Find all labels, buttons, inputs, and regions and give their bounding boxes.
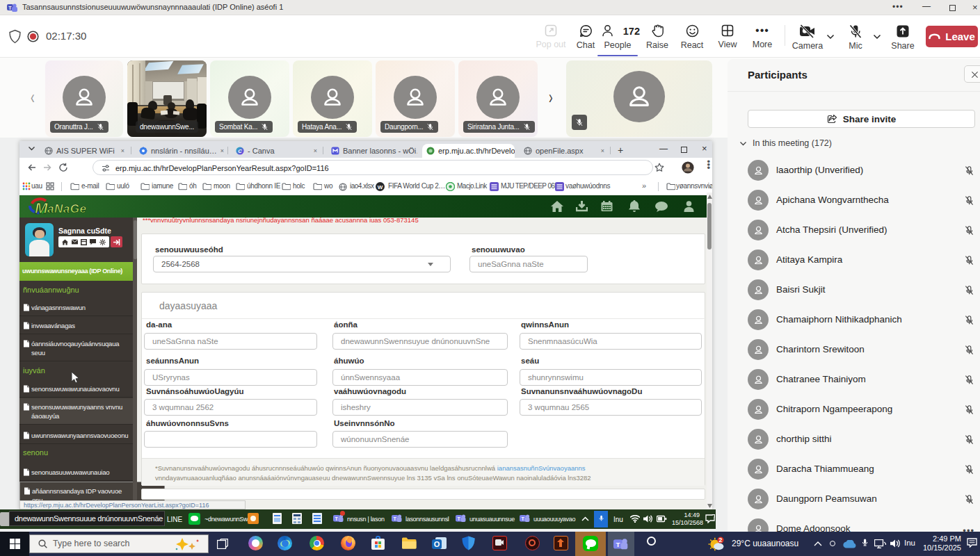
svg-text:T: T (335, 516, 339, 521)
svg-text:T: T (394, 516, 397, 521)
svg-text:M: M (35, 199, 48, 217)
svg-text:T: T (458, 516, 461, 521)
svg-text:W: W (378, 184, 383, 190)
svg-text:aNaGe: aNaGe (47, 202, 86, 215)
svg-text:T: T (616, 541, 620, 548)
svg-text:C: C (238, 148, 242, 154)
svg-text:T: T (522, 516, 525, 521)
svg-text:2: 2 (719, 537, 723, 543)
svg-text:T: T (8, 6, 12, 10)
